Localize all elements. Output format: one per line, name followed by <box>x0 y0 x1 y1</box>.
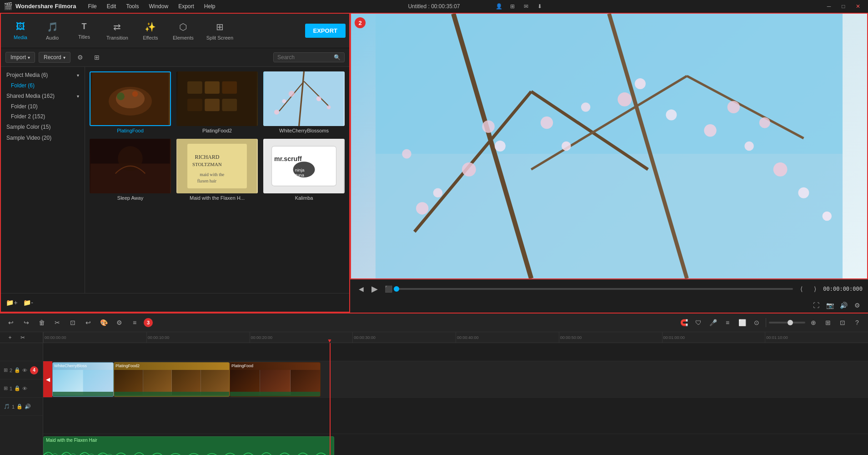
track2-eye-icon[interactable]: 👁 <box>22 368 27 373</box>
export-button[interactable]: EXPORT <box>305 24 346 38</box>
sidebar-item-folder[interactable]: Folder (6) <box>1 81 85 91</box>
stop-btn[interactable]: ⬛ <box>383 283 394 294</box>
new-folder-icon[interactable]: 📁+ <box>5 296 18 309</box>
search-icon[interactable]: 🔍 <box>334 54 341 61</box>
mic-icon[interactable]: 🎤 <box>707 316 719 329</box>
fullscreen-icon[interactable]: ⛶ <box>811 300 822 311</box>
media-item-kalimba[interactable]: ♪ mr.scruff ninja tuna Kalimba <box>263 139 345 201</box>
media-tab-icon: 🖼 <box>16 21 25 32</box>
grid-view-icon[interactable]: ⊞ <box>90 51 103 64</box>
menu-export[interactable]: Export <box>174 2 199 11</box>
thumbnail-kalimba[interactable]: ♪ mr.scruff ninja tuna <box>263 139 345 193</box>
snap-icon[interactable]: 🧲 <box>677 316 690 329</box>
delete-folder-icon[interactable]: 📁- <box>22 296 35 309</box>
audio1-speaker-icon[interactable]: 🔊 <box>25 404 31 410</box>
media-item-platingfood2[interactable]: ⊞ ✓ PlatingF <box>176 71 258 133</box>
tab-split-screen[interactable]: ⊞ Split Screen <box>200 19 240 43</box>
thumbnail-platingfood[interactable]: ⊞ ✓ <box>90 71 171 126</box>
thumbnail-sleep[interactable]: ♪ <box>90 139 171 193</box>
media-item-maid[interactable]: ♪ ✓ RICHARD STOLTZMAN maid with the flax… <box>176 139 258 201</box>
search-input[interactable] <box>277 54 332 61</box>
menu-window[interactable]: Window <box>144 2 173 11</box>
svg-point-23 <box>118 146 143 171</box>
preview-extra: ⛶ 📷 🔊 ⚙ <box>350 298 868 313</box>
cut-btn[interactable]: ✂ <box>51 316 64 329</box>
clip-cherry-blossoms[interactable]: WhiteCherryBloss <box>52 362 114 397</box>
sidebar-item-sample-color[interactable]: Sample Color (15) <box>1 121 85 132</box>
thumbnail-platingfood2[interactable]: ⊞ ✓ <box>176 71 258 126</box>
zoom-slider[interactable] <box>769 322 805 324</box>
ruler-mark-0: 00:00:00:00 <box>43 332 146 343</box>
track1-eye-icon[interactable]: 👁 <box>22 386 27 391</box>
help-icon[interactable]: ? <box>851 316 863 329</box>
crop-btn[interactable]: ⊡ <box>66 316 79 329</box>
user-icon[interactable]: 👤 <box>492 0 505 13</box>
adjust-btn[interactable]: ⚙ <box>113 316 125 329</box>
maximize-btn[interactable]: □ <box>837 0 850 13</box>
sidebar-item-folder10[interactable]: Folder (10) <box>1 101 85 111</box>
track-label-video1: ⊞ 1 🔒 👁 <box>0 379 43 398</box>
playhead[interactable] <box>330 343 331 455</box>
audio1-lock-icon[interactable]: 🔒 <box>16 404 23 410</box>
pip-icon[interactable]: ⊙ <box>750 316 763 329</box>
mail-icon[interactable]: ✉ <box>520 0 532 13</box>
screenshot-icon[interactable]: 📷 <box>824 300 835 311</box>
shield-icon[interactable]: 🛡 <box>692 316 705 329</box>
tab-elements[interactable]: ⬡ Elements <box>166 19 200 43</box>
record-button[interactable]: Record ▾ <box>39 52 70 63</box>
minimize-btn[interactable]: ─ <box>823 0 835 13</box>
media-item-cherry[interactable]: ⊞ ✓ <box>263 71 345 133</box>
subtitle-icon[interactable]: ⬜ <box>736 316 748 329</box>
sidebar-item-shared-media[interactable]: Shared Media (162) ▾ <box>1 91 85 101</box>
layout-icon[interactable]: ⊞ <box>506 0 519 13</box>
sidebar-item-folder2[interactable]: Folder 2 (152) <box>1 111 85 121</box>
track2-lock-icon[interactable]: 🔒 <box>14 367 20 373</box>
tab-titles[interactable]: T Titles <box>68 19 100 42</box>
track1-lock-icon[interactable]: 🔒 <box>14 385 20 391</box>
tab-media[interactable]: 🖼 Media <box>5 19 36 43</box>
timeline-section: ↩ ↪ 🗑 ✂ ⊡ ↩ 🎨 ⚙ ≡ 3 🧲 🛡 🎤 ≡ ⬜ ⊙ ⊕ ⊞ ⊡ <box>0 313 868 455</box>
audio-adjust-btn[interactable]: ↩ <box>82 316 95 329</box>
volume-icon[interactable]: 🔊 <box>838 300 849 311</box>
zoom-in-icon[interactable]: ⊡ <box>836 316 849 329</box>
sub-toolbar: Import ▾ Record ▾ ⚙ ⊞ 🔍 <box>1 48 349 67</box>
sidebar-item-sample-video[interactable]: Sample Video (20) <box>1 132 85 143</box>
clip-plating-food[interactable]: PlatingFood <box>230 362 321 397</box>
undo-btn[interactable]: ↩ <box>5 316 17 329</box>
fit-icon[interactable]: ⊞ <box>822 316 834 329</box>
clip-plating-food2[interactable]: PlatingFood2 <box>114 362 230 397</box>
play-btn[interactable]: ▶ <box>369 283 380 294</box>
menu-edit[interactable]: Edit <box>102 2 121 11</box>
audio-clip-maid[interactable]: Maid with the Flaxen Hair <box>43 436 334 455</box>
thumbnail-maid[interactable]: ♪ ✓ RICHARD STOLTZMAN maid with the flax… <box>176 139 258 193</box>
tab-effects[interactable]: ✨ Effects <box>135 19 166 43</box>
close-btn[interactable]: ✕ <box>852 0 864 13</box>
tab-audio[interactable]: 🎵 Audio <box>36 19 68 43</box>
zoom-out-icon[interactable]: ⊕ <box>807 316 820 329</box>
bracket-left-icon[interactable]: ⟨ <box>796 283 807 294</box>
sidebar-item-project-media[interactable]: Project Media (6) ▾ <box>1 70 85 81</box>
delete-btn[interactable]: 🗑 <box>35 316 48 329</box>
menu-help[interactable]: Help <box>200 2 220 11</box>
menu-file[interactable]: File <box>83 2 101 11</box>
menu-tools[interactable]: Tools <box>121 2 143 11</box>
media-item-sleep[interactable]: ♪ Sleep Away <box>90 139 171 201</box>
scissors-mode-icon[interactable]: ✂ <box>16 332 29 344</box>
voice-over-icon[interactable]: ≡ <box>721 316 734 329</box>
redo-btn[interactable]: ↪ <box>20 316 33 329</box>
progress-bar[interactable] <box>396 288 793 290</box>
download-icon[interactable]: ⬇ <box>533 0 546 13</box>
speed-btn[interactable]: ≡ <box>128 316 141 329</box>
track-collapse-btn[interactable]: ◀ <box>43 361 52 397</box>
color-btn[interactable]: 🎨 <box>97 316 110 329</box>
tab-transition[interactable]: ⇄ Transition <box>100 19 135 43</box>
add-track-icon[interactable]: + <box>4 332 16 344</box>
settings-preview-icon[interactable]: ⚙ <box>852 300 863 311</box>
filter-icon[interactable]: ⚙ <box>74 51 87 64</box>
audio-clip-label: Maid with the Flaxen Hair <box>44 436 100 444</box>
prev-frame-btn[interactable]: ◀ <box>356 283 366 294</box>
media-item-platingfood[interactable]: ⊞ ✓ PlatingFood <box>90 71 171 133</box>
bracket-right-icon[interactable]: ⟩ <box>809 283 820 294</box>
import-button[interactable]: Import ▾ <box>5 52 35 63</box>
thumbnail-cherry[interactable]: ⊞ ✓ <box>263 71 345 126</box>
